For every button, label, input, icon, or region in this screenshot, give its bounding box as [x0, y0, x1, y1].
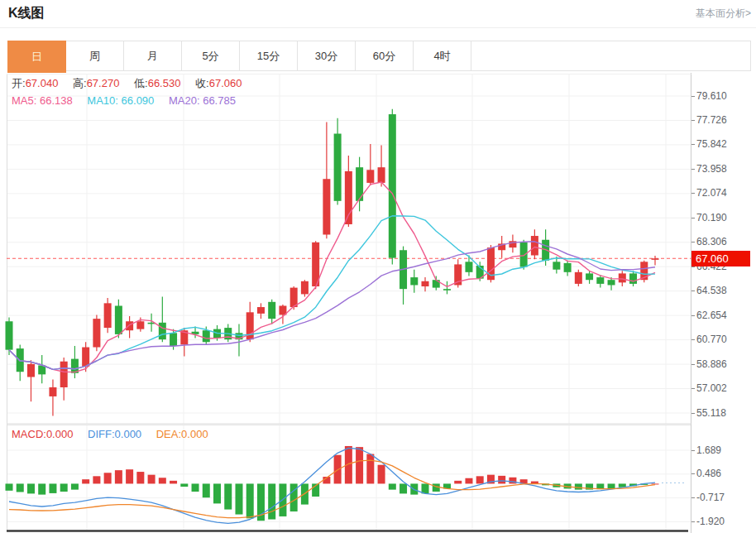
ma-line-ma5 — [9, 182, 655, 372]
tab-month[interactable]: 月 — [124, 41, 182, 70]
y-axis-label: 79.610 — [696, 89, 749, 103]
diff-value: 0.000 — [115, 428, 142, 440]
dea-value: 0.000 — [181, 428, 208, 440]
fundamental-analysis-link[interactable]: 基本面分析> — [696, 7, 751, 21]
y-axis-label: 72.074 — [696, 185, 749, 200]
tab-4hour[interactable]: 4时 — [414, 41, 471, 70]
current-price-badge: 67.060 — [691, 251, 750, 266]
title-divider — [0, 27, 756, 28]
macd-label: MACD: — [12, 428, 46, 440]
tab-15min[interactable]: 15分 — [240, 41, 298, 70]
high-value: 67.270 — [87, 77, 120, 89]
low-label: 低: — [134, 77, 148, 89]
tab-day[interactable]: 日 — [7, 41, 66, 73]
macd-axis-label: -1.920 — [696, 514, 749, 529]
y-axis-tick — [691, 266, 695, 267]
ma5-value: 66.138 — [40, 94, 73, 107]
macd-axis-label: -0.717 — [696, 490, 749, 505]
macd-axis-tick — [691, 473, 695, 474]
ma-legend: MA5: 66.138 MA10: 66.090 MA20: 66.785 — [12, 94, 247, 107]
tab-60min[interactable]: 60分 — [356, 41, 414, 70]
y-axis-tick — [691, 413, 695, 414]
y-axis-label: 64.538 — [696, 283, 749, 298]
y-axis-label: 68.306 — [696, 234, 749, 249]
y-axis-label: 70.190 — [696, 210, 749, 225]
y-axis-label: 77.726 — [696, 113, 749, 127]
y-axis-label: 57.002 — [696, 381, 749, 396]
ma20-value: 66.785 — [203, 94, 236, 107]
ma10-value: 66.090 — [122, 94, 155, 107]
macd-axis-label: 1.689 — [696, 443, 749, 458]
open-value: 67.040 — [26, 77, 59, 89]
close-label: 收: — [195, 77, 209, 89]
macd-axis-tick — [691, 497, 695, 498]
kline-page: K线图 基本面分析> 日 周 月 5分 15分 30分 60分 4时 开:67.… — [0, 0, 756, 533]
period-tabbar: 日 周 月 5分 15分 30分 60分 4时 — [7, 41, 751, 71]
close-value: 67.060 — [209, 77, 242, 89]
ohlc-legend: 开:67.040 高:67.270 低:66.530 收:67.060 — [12, 76, 253, 91]
dea-label: DEA: — [156, 428, 181, 440]
y-axis-tick — [691, 364, 695, 365]
macd-value: 0.000 — [46, 428, 74, 440]
y-axis-tick — [691, 388, 695, 389]
candlestick-chart — [0, 73, 691, 425]
y-axis-label: 62.654 — [696, 308, 749, 323]
ma10-label: MA10: — [87, 94, 118, 107]
tab-5min[interactable]: 5分 — [182, 41, 240, 70]
tabbar-filler — [471, 41, 750, 70]
tab-30min[interactable]: 30分 — [298, 41, 356, 70]
y-axis-tick — [691, 193, 695, 194]
macd-legend: MACD:0.000 DIFF:0.000 DEA:0.000 — [12, 428, 220, 440]
macd-axis-tick — [691, 521, 695, 522]
open-label: 开: — [12, 77, 26, 89]
chart-area: 开:67.040 高:67.270 低:66.530 收:67.060 MA5:… — [0, 73, 756, 533]
y-axis-tick — [691, 291, 695, 291]
y-axis-label: 58.886 — [696, 357, 749, 372]
macd-line-dea — [9, 460, 655, 517]
y-axis-tick — [691, 339, 695, 340]
y-axis-tick — [691, 144, 695, 145]
ma20-label: MA20: — [169, 94, 200, 107]
macd-axis-label: 0.486 — [696, 466, 749, 481]
high-label: 高: — [73, 77, 87, 89]
page-title: K线图 — [8, 5, 45, 22]
y-axis-tick — [691, 169, 695, 170]
y-axis-label: 60.770 — [696, 332, 749, 347]
candlestick-series — [6, 109, 659, 416]
ma-line-ma10 — [9, 216, 655, 370]
y-axis-tick — [691, 315, 695, 316]
y-axis-tick — [691, 120, 695, 121]
y-axis-label: 75.842 — [696, 137, 749, 151]
y-axis-tick — [691, 242, 695, 242]
low-value: 66.530 — [148, 77, 181, 89]
tab-week[interactable]: 周 — [66, 41, 124, 70]
y-axis-tick — [691, 218, 695, 218]
macd-chart — [0, 425, 691, 533]
diff-label: DIFF: — [88, 428, 115, 440]
y-axis-tick — [691, 96, 695, 97]
macd-axis-tick — [691, 450, 695, 451]
y-axis-label: 73.958 — [696, 161, 749, 176]
ma5-label: MA5: — [12, 94, 36, 107]
y-axis-label: 55.118 — [696, 406, 749, 420]
